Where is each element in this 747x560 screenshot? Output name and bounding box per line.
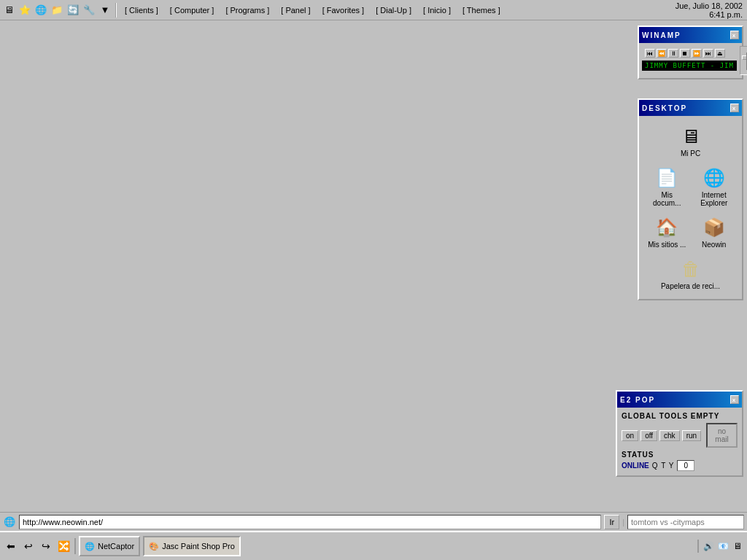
missitios-icon: 🏠 — [655, 216, 678, 239]
tray-icon-1[interactable]: 📧 — [716, 540, 729, 553]
ql-btn-3[interactable]: 🔀 — [55, 538, 71, 554]
url-go-btn[interactable]: Ir — [604, 515, 619, 529]
desktop-icon-mipc[interactable]: 🖥 Mi PC — [645, 122, 736, 160]
menu-panel[interactable]: [ Panel ] — [276, 2, 315, 18]
menu-dialup[interactable]: [ Dial-Up ] — [371, 2, 417, 18]
papelera-label: Papelera de reci... — [661, 282, 720, 290]
tray-icon-2[interactable]: 🖥 — [731, 540, 744, 553]
winamp-volume[interactable] — [740, 46, 747, 75]
menu-icon-6[interactable]: ▼ — [98, 3, 112, 18]
ezpop-close-btn[interactable]: x — [730, 395, 739, 404]
menu-programs[interactable]: [ Programs ] — [220, 2, 274, 18]
winamp-controls: ⏮ ⏪ ⏸ ⏹ ⏩ ⏭ ⏏ — [642, 46, 737, 61]
missitios-label: Mis sitios ... — [648, 241, 686, 249]
ezpop-status-value: ONLINE — [622, 462, 649, 470]
menu-clients[interactable]: [ Clients ] — [120, 2, 163, 18]
menu-icon-3[interactable]: 📁 — [50, 3, 64, 18]
taskbar-tray: 🔊 📧 🖥 — [697, 540, 744, 553]
menu-icon-2[interactable]: 🌐 — [34, 3, 48, 18]
menu-inicio[interactable]: [ Inicio ] — [418, 2, 456, 18]
taskbar-netcaptor-btn[interactable]: 🌐 NetCaptor — [79, 536, 140, 556]
netcaptor-label: NetCaptor — [98, 542, 134, 551]
winamp-title: WINAMP — [642, 31, 681, 39]
desktop-icon-papelera[interactable]: 🗑 Papelera de reci... — [645, 254, 736, 293]
menu-icon-1[interactable]: ⭐ — [18, 3, 32, 18]
ezpop-qty-label: Q T Y — [652, 462, 675, 470]
menu-computer[interactable]: [ Computer ] — [165, 2, 220, 18]
ql-btn-2[interactable]: ↪ — [38, 538, 54, 554]
menu-themes[interactable]: [ Themes ] — [457, 2, 506, 18]
urlbar: 🌐 Ir | — [0, 512, 747, 531]
desktop-titlebar[interactable]: DESKTOP x — [639, 100, 742, 116]
desktop-icon-ie[interactable]: 🌐 Internet Explorer — [692, 163, 737, 210]
winamp-stop-btn[interactable]: ⏹ — [680, 49, 690, 58]
menu-icon-4[interactable]: 🔄 — [66, 3, 80, 18]
paintshop-icon: 🎨 — [149, 542, 159, 551]
winamp-panel: WINAMP x ⏮ ⏪ ⏸ ⏹ ⏩ ⏭ ⏏ JIMMY BUFFETT - J… — [638, 26, 743, 79]
desktop-icons-grid: 🖥 Mi PC 📄 Mis docum... 🌐 Internet Explor… — [639, 116, 742, 299]
ezpop-qty-val: 0 — [677, 460, 694, 471]
winamp-rew-btn[interactable]: ⏪ — [657, 49, 667, 58]
desktop-panel: DESKTOP x 🖥 Mi PC 📄 Mis docum... 🌐 Inter… — [638, 98, 743, 300]
taskbar-paintshop-btn[interactable]: 🎨 Jasc Paint Shop Pro — [143, 536, 241, 556]
menu-favorites[interactable]: [ Favorites ] — [317, 2, 369, 18]
desktop-title: DESKTOP — [642, 104, 687, 112]
menu-separator — [115, 3, 117, 18]
urlbar-browser-icon: 🌐 — [3, 516, 16, 529]
ie-icon: 🌐 — [703, 166, 726, 190]
ezpop-qty-row: ONLINE Q T Y 0 — [622, 460, 738, 471]
menu-icon-5[interactable]: 🔧 — [82, 3, 96, 18]
date-label: Jue, Julio 18, 2002 — [676, 1, 743, 10]
menubar: 🖥 ⭐ 🌐 📁 🔄 🔧 ▼ [ Clients ] [ Computer ] [… — [0, 0, 747, 20]
winamp-titlebar[interactable]: WINAMP x — [639, 27, 742, 43]
winamp-ff-btn[interactable]: ⏩ — [692, 49, 702, 58]
winamp-close-btn[interactable]: x — [730, 31, 739, 39]
ezpop-status-label: STATUS — [622, 451, 654, 459]
ezpop-on-btn[interactable]: on — [622, 430, 638, 441]
ql-btn-0[interactable]: ⬅ — [3, 538, 19, 554]
time-label: 6:41 p.m. — [709, 10, 743, 19]
desktop-icon-misdocs[interactable]: 📄 Mis docum... — [645, 163, 689, 210]
taskbar-windows: 🌐 NetCaptor 🎨 Jasc Paint Shop Pro — [79, 536, 694, 556]
ezpop-content: GLOBAL TOOLS EMPTY on off chk run no mai… — [617, 408, 742, 475]
ezpop-mail-box: no mail — [706, 423, 738, 448]
winamp-ticker: JIMMY BUFFETT - JIM — [642, 61, 737, 71]
ql-btn-1[interactable]: ↩ — [20, 538, 36, 554]
ezpop-run-btn[interactable]: run — [682, 430, 701, 441]
papelera-icon: 🗑 — [679, 257, 703, 281]
winamp-next-btn[interactable]: ⏭ — [703, 49, 713, 58]
menu-icon-0[interactable]: 🖥 — [1, 3, 16, 18]
netcaptor-icon: 🌐 — [85, 542, 95, 551]
winamp-pause-btn[interactable]: ⏸ — [668, 49, 678, 58]
winamp-prev-btn[interactable]: ⏮ — [645, 49, 655, 58]
url-separator: | — [622, 518, 624, 526]
url-input[interactable] — [19, 515, 601, 529]
taskbar-quicklaunch: ⬅ ↩ ↪ 🔀 — [3, 538, 76, 554]
desktop-icon-missitios[interactable]: 🏠 Mis sitios ... — [645, 213, 689, 252]
tray-icon-0[interactable]: 🔊 — [702, 540, 715, 553]
misdocs-icon: 📄 — [655, 166, 678, 190]
ie-label: Internet Explorer — [695, 191, 734, 207]
ezpop-tools-row: GLOBAL TOOLS EMPTY — [622, 412, 738, 420]
taskbar: ⬅ ↩ ↪ 🔀 🌐 NetCaptor 🎨 Jasc Paint Shop Pr… — [0, 531, 747, 560]
ezpop-off-btn[interactable]: off — [640, 430, 657, 441]
mipc-label: Mi PC — [681, 149, 700, 158]
ezpop-chk-btn[interactable]: chk — [659, 430, 680, 441]
ezpop-tools-label: GLOBAL TOOLS EMPTY — [622, 412, 719, 420]
ezpop-buttons-row: on off chk run no mail — [622, 423, 738, 448]
datetime-display: Jue, Julio 18, 2002 6:41 p.m. — [659, 0, 747, 20]
neowin-icon: 📦 — [703, 216, 726, 239]
neowin-label: Neowin — [702, 241, 726, 249]
winamp-volume-knob[interactable] — [742, 55, 747, 60]
paintshop-label: Jasc Paint Shop Pro — [162, 542, 235, 551]
winamp-open-btn[interactable]: ⏏ — [715, 49, 725, 58]
ezpop-panel: E2 POP x GLOBAL TOOLS EMPTY on off chk r… — [616, 390, 743, 477]
desktop-close-btn[interactable]: x — [730, 104, 739, 112]
misdocs-label: Mis docum... — [648, 191, 686, 207]
desktop-icon-neowin[interactable]: 📦 Neowin — [692, 213, 737, 252]
mipc-icon: 🖥 — [679, 125, 703, 148]
ezpop-status-row: STATUS — [622, 451, 738, 459]
ezpop-titlebar[interactable]: E2 POP x — [617, 392, 742, 408]
ezpop-title: E2 POP — [620, 396, 655, 404]
url-search-input[interactable] — [627, 515, 744, 529]
